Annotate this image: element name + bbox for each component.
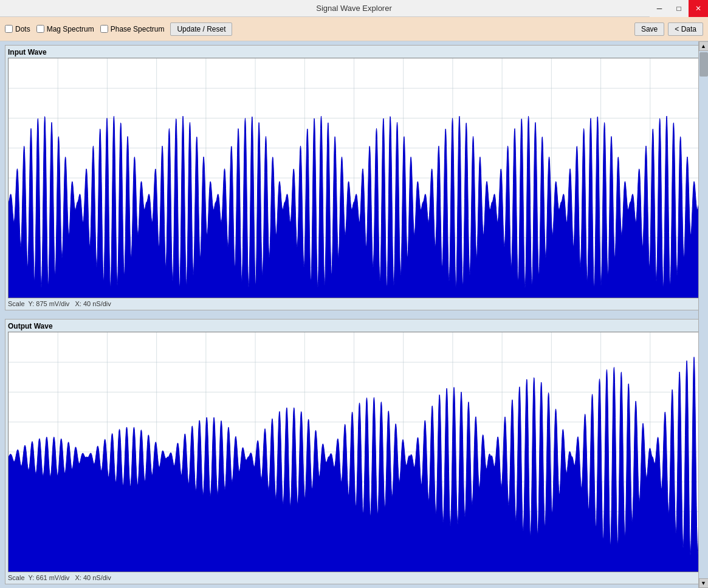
phase-spectrum-label: Phase Spectrum [111, 25, 165, 33]
main-content: Input Wave Scale Y: 875 mV/div X: 40 nS/… [0, 41, 708, 588]
data-button[interactable]: < Data [668, 22, 703, 36]
input-wave-drawing [9, 58, 699, 298]
output-wave-title: Output Wave [8, 322, 700, 330]
input-scale-label: Scale [8, 300, 25, 307]
dots-checkbox[interactable] [5, 25, 13, 33]
dots-label: Dots [15, 25, 30, 33]
scrollbar[interactable]: ▲ ▼ [698, 41, 708, 588]
window-title: Signal Wave Explorer [316, 4, 392, 13]
dots-checkbox-label[interactable]: Dots [5, 25, 30, 33]
mag-spectrum-label: Mag Spectrum [47, 25, 94, 33]
save-button[interactable]: Save [634, 22, 664, 36]
mag-spectrum-checkbox-label[interactable]: Mag Spectrum [36, 25, 94, 33]
minimize-button[interactable]: ─ [650, 0, 669, 17]
input-wave-canvas [8, 58, 700, 298]
close-button[interactable]: ✕ [689, 0, 708, 17]
output-scale-y: Y: 661 mV/div [28, 574, 69, 581]
output-wave-canvas [8, 332, 700, 572]
section-spacer [5, 313, 703, 316]
maximize-button[interactable]: □ [669, 0, 689, 17]
titlebar: Signal Wave Explorer ─ □ ✕ [0, 0, 708, 17]
scroll-down-arrow[interactable]: ▼ [699, 578, 709, 588]
input-wave-title: Input Wave [8, 48, 700, 56]
scroll-up-arrow[interactable]: ▲ [699, 41, 709, 51]
toolbar-right: Save < Data [634, 22, 703, 36]
output-wave-scale: Scale Y: 661 mV/div X: 40 nS/div [8, 574, 700, 581]
toolbar: Dots Mag Spectrum Phase Spectrum Update … [0, 17, 708, 41]
input-wave-section: Input Wave Scale Y: 875 mV/div X: 40 nS/… [5, 45, 703, 310]
input-scale-x: X: 40 nS/div [75, 300, 111, 307]
mag-spectrum-checkbox[interactable] [36, 25, 44, 33]
window-controls: ─ □ ✕ [650, 0, 708, 17]
update-reset-button[interactable]: Update / Reset [170, 22, 232, 36]
output-scale-x: X: 40 nS/div [75, 574, 111, 581]
output-wave-section: Output Wave Scale Y: 661 mV/div X: 40 nS… [5, 319, 703, 584]
phase-spectrum-checkbox-label[interactable]: Phase Spectrum [100, 25, 165, 33]
phase-spectrum-checkbox[interactable] [100, 25, 108, 33]
input-wave-scale: Scale Y: 875 mV/div X: 40 nS/div [8, 300, 700, 307]
output-scale-label: Scale [8, 574, 25, 581]
input-scale-y: Y: 875 mV/div [28, 300, 69, 307]
scroll-thumb[interactable] [699, 52, 708, 77]
output-wave-drawing [9, 332, 699, 572]
